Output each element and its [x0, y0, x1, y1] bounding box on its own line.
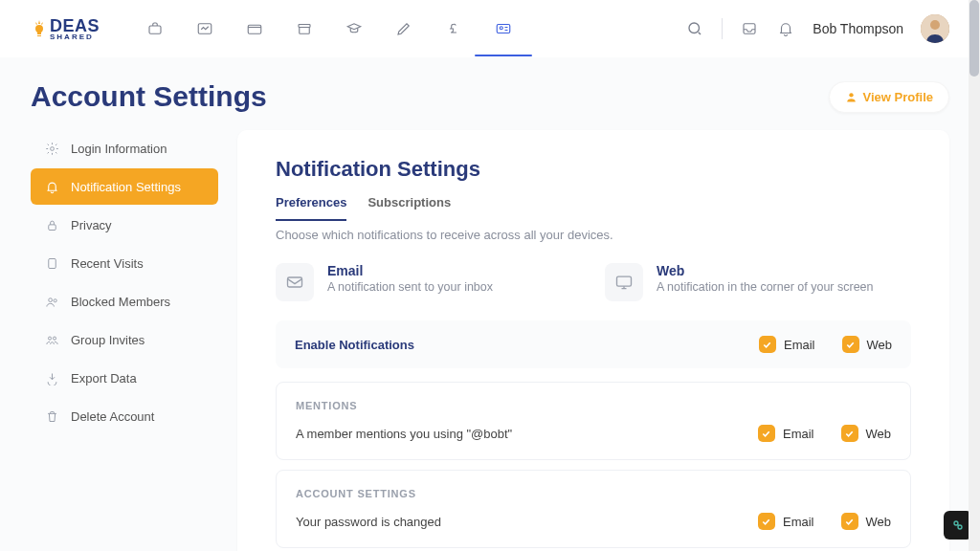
- email-icon: [276, 263, 314, 301]
- card-heading: ACCOUNT SETTINGS: [296, 488, 891, 499]
- logo[interactable]: DEAS SHARED: [31, 16, 100, 41]
- view-profile-button[interactable]: View Profile: [829, 81, 949, 113]
- panel-title: Notification Settings: [276, 157, 911, 182]
- svg-point-17: [48, 337, 51, 340]
- svg-point-18: [53, 337, 56, 340]
- sidebar-item-label: Delete Account: [71, 409, 154, 424]
- nav-archive-icon[interactable]: [295, 19, 314, 38]
- channel-email: Email A notification sent to your inbox: [276, 263, 582, 301]
- scrollbar-thumb[interactable]: [969, 0, 979, 77]
- row-text: A member mentions you using "@bobt": [296, 427, 758, 441]
- check-label: Web: [866, 515, 892, 529]
- svg-point-16: [54, 298, 56, 301]
- svg-rect-8: [744, 24, 755, 34]
- group-icon: [44, 332, 59, 347]
- scrollbar[interactable]: [969, 0, 980, 551]
- nav-activity-icon[interactable]: [195, 19, 214, 38]
- sidebar-item-login-information[interactable]: Login Information: [31, 130, 218, 166]
- bulb-icon: [31, 18, 48, 39]
- nav-id-card-icon[interactable]: [494, 19, 513, 38]
- checkbox-email-mentions[interactable]: [758, 425, 775, 442]
- sidebar-item-export-data[interactable]: Export Data: [31, 360, 218, 396]
- check-label: Web: [867, 338, 893, 352]
- svg-rect-5: [497, 25, 510, 33]
- sidebar-item-blocked-members[interactable]: Blocked Members: [31, 283, 218, 320]
- avatar[interactable]: [921, 14, 949, 43]
- sidebar-item-recent-visits[interactable]: Recent Visits: [31, 245, 218, 281]
- sidebar-item-label: Group Invites: [71, 333, 145, 347]
- page-title: Account Settings: [31, 80, 267, 113]
- bell-icon: [44, 179, 59, 194]
- enable-label: Enable Notifications: [295, 338, 759, 352]
- check-label: Email: [784, 338, 815, 352]
- username[interactable]: Bob Thompson: [813, 21, 903, 36]
- document-icon: [44, 255, 59, 271]
- sidebar-item-label: Blocked Members: [71, 295, 170, 309]
- channel-web: Web A notification in the corner of your…: [605, 263, 911, 301]
- main-panel: Notification Settings Preferences Subscr…: [237, 130, 949, 551]
- card-account-settings: ACCOUNT SETTINGS Your password is change…: [276, 470, 911, 548]
- checkbox-email-enable[interactable]: [759, 336, 776, 353]
- checkbox-web-mentions[interactable]: [841, 425, 858, 442]
- svg-rect-14: [48, 258, 56, 268]
- svg-point-6: [500, 27, 502, 30]
- svg-rect-2: [248, 25, 261, 33]
- sidebar-item-label: Recent Visits: [71, 256, 144, 271]
- sidebar-item-label: Notification Settings: [71, 180, 181, 194]
- nav-education-icon[interactable]: [345, 19, 364, 38]
- svg-point-10: [930, 20, 940, 30]
- nav-edit-icon[interactable]: [394, 19, 413, 38]
- lock-icon: [44, 217, 59, 232]
- enable-notifications-row: Enable Notifications Email Web: [276, 320, 911, 368]
- sidebar-item-label: Export Data: [71, 371, 137, 386]
- checkbox-email-password[interactable]: [758, 513, 775, 530]
- header-divider: [722, 18, 723, 39]
- channel-desc: A notification in the corner of your scr…: [657, 280, 874, 294]
- svg-point-15: [48, 298, 52, 301]
- user-icon: [845, 91, 858, 103]
- svg-rect-19: [288, 277, 302, 287]
- tab-subscriptions[interactable]: Subscriptions: [368, 195, 451, 220]
- trash-icon: [44, 408, 59, 424]
- check-label: Email: [783, 515, 814, 529]
- monitor-icon: [605, 263, 643, 301]
- nav-briefcase-icon[interactable]: [145, 19, 165, 38]
- sidebar-item-privacy[interactable]: Privacy: [31, 207, 218, 243]
- search-icon[interactable]: [685, 19, 704, 38]
- channel-title: Email: [327, 263, 493, 278]
- download-icon: [44, 370, 59, 386]
- channel-title: Web: [657, 263, 874, 278]
- sidebar-item-label: Login Information: [71, 142, 167, 156]
- view-profile-label: View Profile: [863, 90, 933, 104]
- nav-currency-icon[interactable]: [444, 19, 463, 38]
- sidebar-item-group-invites[interactable]: Group Invites: [31, 321, 218, 358]
- channel-desc: A notification sent to your inbox: [327, 280, 493, 294]
- gear-icon: [44, 141, 59, 156]
- svg-point-11: [849, 93, 853, 97]
- svg-rect-20: [617, 276, 632, 286]
- check-label: Web: [866, 427, 892, 441]
- sidebar-item-delete-account[interactable]: Delete Account: [31, 398, 218, 434]
- svg-point-12: [50, 146, 54, 150]
- inbox-icon[interactable]: [740, 19, 759, 38]
- users-icon: [44, 294, 59, 309]
- row-text: Your password is changed: [296, 515, 758, 529]
- svg-rect-4: [300, 28, 310, 34]
- logo-sub: SHARED: [50, 33, 100, 41]
- card-heading: MENTIONS: [296, 400, 891, 411]
- bell-icon[interactable]: [776, 19, 795, 38]
- nav-wallet-icon[interactable]: [245, 19, 264, 38]
- settings-sidebar: Login Information Notification Settings …: [31, 130, 218, 551]
- svg-point-7: [689, 23, 700, 33]
- tab-description: Choose which notifications to receive ac…: [276, 228, 911, 242]
- checkbox-web-enable[interactable]: [842, 336, 859, 353]
- sidebar-item-notification-settings[interactable]: Notification Settings: [31, 168, 218, 205]
- checkbox-web-password[interactable]: [841, 513, 858, 530]
- svg-rect-0: [149, 26, 161, 33]
- tab-preferences[interactable]: Preferences: [276, 195, 346, 221]
- card-mentions: MENTIONS A member mentions you using "@b…: [276, 382, 911, 460]
- sidebar-item-label: Privacy: [71, 218, 112, 232]
- svg-rect-13: [48, 224, 56, 230]
- check-label: Email: [783, 427, 814, 441]
